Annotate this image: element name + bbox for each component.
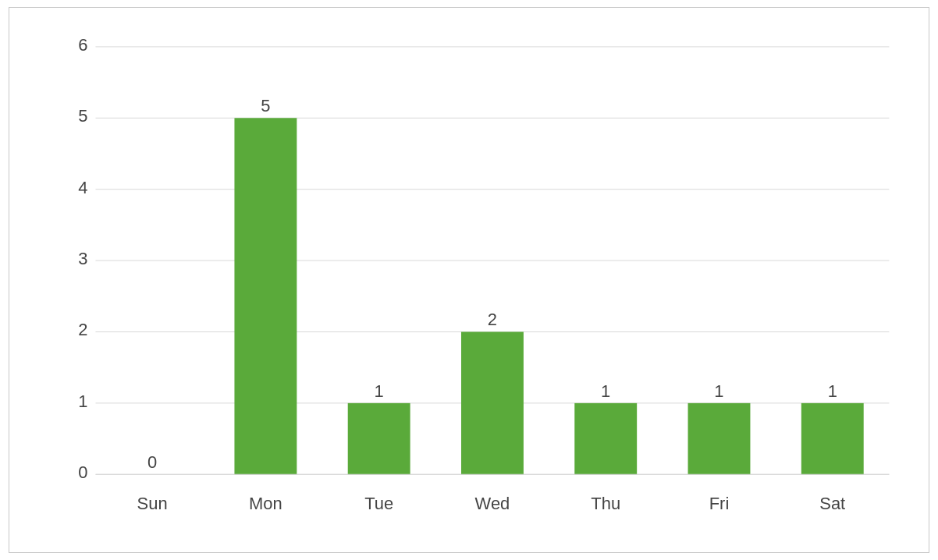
bar-fri: [688, 403, 751, 474]
bar-mon: [234, 118, 297, 474]
svg-text:3: 3: [78, 249, 87, 268]
x-label-sat: Sat: [819, 494, 845, 513]
bar-thu: [574, 403, 637, 474]
bar-label-thu: 1: [601, 381, 610, 401]
bar-label-tue: 1: [375, 381, 384, 401]
svg-text:0: 0: [78, 463, 87, 482]
bar-sat: [801, 403, 864, 474]
svg-text:2: 2: [78, 320, 87, 339]
bar-label-sat: 1: [828, 381, 837, 401]
svg-text:6: 6: [78, 35, 87, 55]
svg-text:5: 5: [78, 106, 87, 126]
chart-area: 01234560Sun5Mon1Tue2Wed1Thu1Fri1Sat: [48, 23, 905, 537]
svg-text:1: 1: [78, 392, 87, 411]
x-label-mon: Mon: [249, 494, 282, 513]
bar-label-fri: 1: [714, 381, 723, 401]
x-label-sun: Sun: [137, 494, 168, 513]
chart-container: 01234560Sun5Mon1Tue2Wed1Thu1Fri1Sat: [9, 7, 929, 553]
bar-chart: 01234560Sun5Mon1Tue2Wed1Thu1Fri1Sat: [48, 23, 905, 537]
bar-wed: [461, 331, 524, 474]
bar-label-sun: 0: [147, 452, 157, 472]
bar-label-wed: 2: [488, 310, 497, 329]
x-label-wed: Wed: [475, 494, 510, 513]
bar-tue: [348, 403, 410, 474]
svg-text:4: 4: [78, 178, 87, 197]
x-label-fri: Fri: [709, 494, 730, 513]
x-label-tue: Tue: [364, 494, 393, 513]
bar-label-mon: 5: [261, 96, 270, 115]
x-label-thu: Thu: [591, 494, 620, 513]
